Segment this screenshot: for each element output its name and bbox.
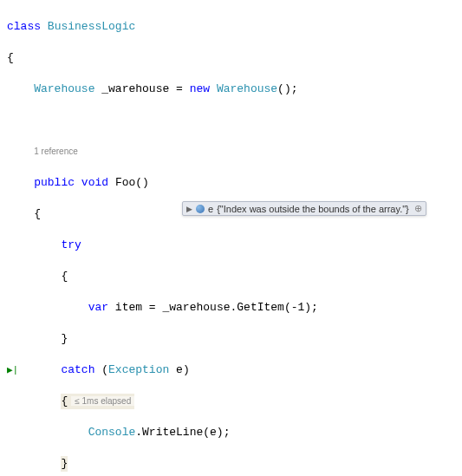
debug-datatip[interactable]: ▶ e {"Index was outside the bounds of th… — [182, 201, 426, 216]
keyword-public: public — [34, 176, 75, 189]
punc: (-1); — [284, 301, 318, 314]
keyword-class: class — [7, 20, 41, 33]
keyword-var: var — [88, 301, 108, 314]
type-console: Console — [88, 426, 136, 439]
brace-open: { — [61, 270, 68, 283]
punc: = _warehouse. — [142, 301, 237, 314]
pin-icon[interactable]: ⊕ — [414, 203, 422, 214]
keyword-try: try — [61, 238, 81, 251]
datatip-variable: e — [208, 204, 213, 214]
ctor-warehouse: Warehouse — [217, 82, 277, 95]
keyword-void: void — [81, 176, 108, 189]
brace-close: } — [61, 332, 68, 345]
punc: () — [135, 176, 149, 189]
field-warehouse: _warehouse — [101, 82, 169, 95]
punc: ) — [183, 363, 190, 376]
brace-close: } — [61, 456, 68, 472]
method-foo: Foo — [115, 176, 135, 189]
object-icon — [196, 205, 205, 213]
keyword-catch: catch — [61, 363, 94, 376]
call-getitem: GetItem — [237, 301, 284, 314]
type-exception: Exception — [108, 363, 169, 376]
brace-open: { — [61, 394, 68, 408]
brace-open: { — [7, 51, 14, 64]
keyword-new: new — [190, 82, 210, 95]
call-writeline: .WriteLine(e); — [135, 426, 230, 439]
var-e: e — [176, 363, 183, 376]
codelens-foo[interactable]: 1 reference — [34, 147, 78, 156]
perf-tip[interactable]: ≤ 1ms elapsed — [71, 396, 134, 406]
brace-open: { — [34, 207, 41, 220]
punc: (); — [277, 82, 297, 95]
type-warehouse: Warehouse — [34, 82, 94, 95]
type-businesslogic: BusinessLogic — [48, 20, 135, 33]
punc: = — [169, 82, 189, 95]
expand-icon[interactable]: ▶ — [186, 205, 192, 213]
var-item: item — [115, 301, 142, 314]
code-editor[interactable]: class BusinessLogic { Warehouse _warehou… — [0, 0, 462, 476]
punc: ( — [101, 363, 108, 376]
execution-pointer-icon[interactable]: ▶| — [7, 362, 23, 378]
datatip-value: {"Index was outside the bounds of the ar… — [217, 204, 409, 214]
